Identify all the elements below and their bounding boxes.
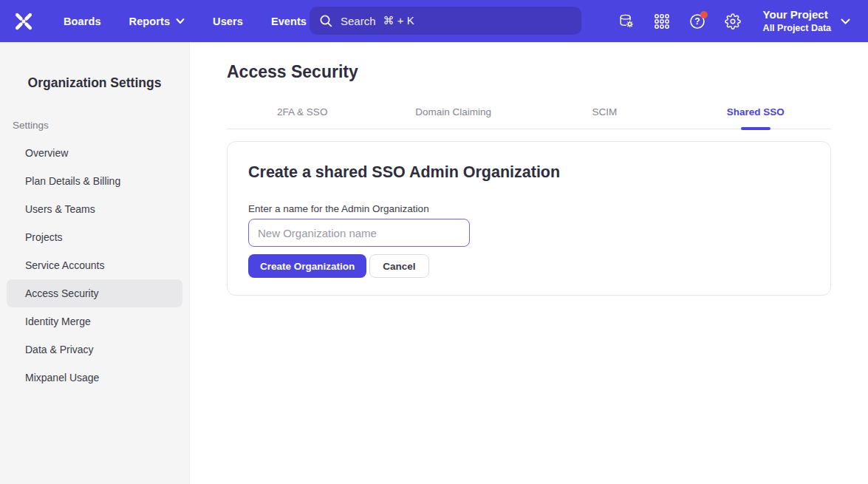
help-icon[interactable]: ? <box>689 13 705 30</box>
sidebar-item-plan-details-billing[interactable]: Plan Details & Billing <box>7 167 182 195</box>
org-name-field-label: Enter a name for the Admin Organization <box>248 203 810 214</box>
search-shortcut: ⌘ + K <box>383 14 414 27</box>
sidebar-item-projects[interactable]: Projects <box>7 223 182 251</box>
tab-bar: 2FA & SSO Domain Claiming SCIM Shared SS… <box>227 106 831 129</box>
nav-item-reports[interactable]: Reports <box>129 16 185 27</box>
tab-label: SCIM <box>592 106 617 117</box>
org-name-input[interactable] <box>248 219 470 247</box>
tab-scim[interactable]: SCIM <box>529 106 680 129</box>
search-icon <box>319 14 333 28</box>
sidebar-item-users-teams[interactable]: Users & Teams <box>7 195 182 223</box>
apps-grid-icon[interactable] <box>654 13 670 30</box>
nav-item-label: Reports <box>129 16 171 27</box>
tab-shared-sso[interactable]: Shared SSO <box>680 106 832 129</box>
chevron-down-icon <box>841 18 850 25</box>
create-sso-org-card: Create a shared SSO Admin Organization E… <box>227 141 831 296</box>
svg-text:?: ? <box>694 16 700 27</box>
sidebar-item-mixpanel-usage[interactable]: Mixpanel Usage <box>7 364 182 392</box>
sidebar-item-label: Access Security <box>25 287 99 299</box>
nav-item-events[interactable]: Events <box>271 16 307 27</box>
navbar-right-cluster: ? Your Project All Project Data <box>618 8 850 34</box>
sidebar-item-overview[interactable]: Overview <box>7 139 182 167</box>
top-navbar: Boards Reports Users Events Search ⌘ + K <box>0 0 868 42</box>
tab-label: 2FA & SSO <box>277 106 327 117</box>
nav-item-boards[interactable]: Boards <box>64 16 101 27</box>
data-management-icon[interactable] <box>618 13 635 30</box>
tab-2fa-sso[interactable]: 2FA & SSO <box>227 106 378 129</box>
project-name: Your Project <box>763 8 831 22</box>
sidebar-item-label: Mixpanel Usage <box>25 372 99 384</box>
nav-item-label: Users <box>213 16 243 27</box>
sidebar-item-label: Service Accounts <box>25 259 104 271</box>
sidebar-nav-list: Overview Plan Details & Billing Users & … <box>0 139 189 392</box>
project-selector-text: Your Project All Project Data <box>763 8 831 34</box>
sidebar-item-label: Users & Teams <box>25 203 95 215</box>
cancel-button[interactable]: Cancel <box>369 254 428 278</box>
sidebar-item-label: Overview <box>25 147 68 159</box>
primary-nav: Boards Reports Users Events <box>64 16 307 27</box>
page-title: Access Security <box>227 62 831 82</box>
project-subtitle: All Project Data <box>763 22 831 34</box>
active-tab-underline <box>741 127 770 130</box>
sidebar-item-label: Data & Privacy <box>25 344 94 355</box>
tab-label: Shared SSO <box>727 106 785 117</box>
settings-gear-icon[interactable] <box>725 13 741 30</box>
nav-item-label: Boards <box>64 16 101 27</box>
sidebar-item-access-security[interactable]: Access Security <box>7 279 182 307</box>
sidebar-item-label: Projects <box>25 231 63 243</box>
sidebar-item-identity-merge[interactable]: Identity Merge <box>7 307 182 335</box>
main-content: Access Security 2FA & SSO Domain Claimin… <box>190 42 868 484</box>
sidebar-section-label: Settings <box>13 120 189 131</box>
search-input[interactable]: Search ⌘ + K <box>310 7 581 35</box>
tab-label: Domain Claiming <box>415 106 491 117</box>
nav-item-label: Events <box>271 16 307 27</box>
settings-sidebar: Organization Settings Settings Overview … <box>0 42 190 484</box>
create-organization-button[interactable]: Create Organization <box>248 254 366 278</box>
notification-dot <box>700 11 708 18</box>
mixpanel-logo-icon[interactable] <box>13 11 34 32</box>
card-actions: Create Organization Cancel <box>248 254 810 278</box>
nav-item-users[interactable]: Users <box>213 16 243 27</box>
sidebar-title: Organization Settings <box>0 75 189 91</box>
search-placeholder: Search <box>341 15 376 27</box>
card-title: Create a shared SSO Admin Organization <box>248 163 810 182</box>
sidebar-item-service-accounts[interactable]: Service Accounts <box>7 251 182 279</box>
sidebar-item-data-privacy[interactable]: Data & Privacy <box>7 335 182 364</box>
sidebar-item-label: Identity Merge <box>25 316 91 327</box>
project-selector[interactable]: Your Project All Project Data <box>763 8 850 34</box>
sidebar-item-label: Plan Details & Billing <box>25 175 120 187</box>
chevron-down-icon <box>176 18 185 24</box>
tab-domain-claiming[interactable]: Domain Claiming <box>378 106 530 129</box>
